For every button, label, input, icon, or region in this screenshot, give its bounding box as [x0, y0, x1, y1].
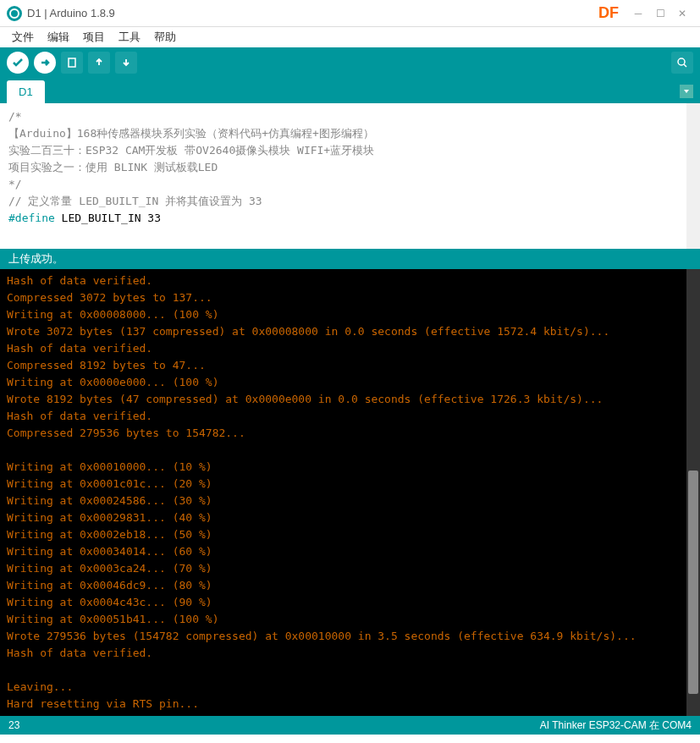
window-title: D1 | Arduino 1.8.9 — [27, 7, 115, 19]
new-button[interactable] — [61, 52, 83, 74]
minimize-button[interactable]: ─ — [627, 3, 649, 25]
console-text: Hash of data verified. Compressed 3072 b… — [7, 274, 637, 710]
line-number: 23 — [8, 719, 19, 731]
tab-d1[interactable]: D1 — [7, 80, 45, 103]
menubar: 文件 编辑 项目 工具 帮助 — [0, 27, 700, 47]
code-line: */ — [8, 176, 692, 193]
menu-edit[interactable]: 编辑 — [42, 28, 74, 47]
tabbar: D1 — [0, 78, 700, 103]
menu-help[interactable]: 帮助 — [149, 28, 181, 47]
code-line: 【Arduino】168种传感器模块系列实验（资料代码+仿真编程+图形编程） — [8, 125, 692, 142]
code-line: // 定义常量 LED_BUILT_IN 并将其值设置为 33 — [8, 193, 692, 210]
close-button[interactable]: ✕ — [671, 3, 693, 25]
svg-point-1 — [678, 58, 685, 65]
board-info: AI Thinker ESP32-CAM 在 COM4 — [540, 718, 692, 733]
bottombar: 23 AI Thinker ESP32-CAM 在 COM4 — [0, 716, 700, 735]
svg-rect-0 — [69, 58, 75, 67]
scrollbar-thumb[interactable] — [688, 471, 698, 694]
menu-project[interactable]: 项目 — [78, 28, 110, 47]
serial-monitor-button[interactable] — [671, 52, 693, 74]
tab-dropdown-button[interactable] — [680, 85, 693, 98]
save-button[interactable] — [115, 52, 137, 74]
upload-button[interactable] — [34, 52, 56, 74]
arduino-icon — [7, 6, 22, 21]
code-line: /* — [8, 108, 692, 125]
menu-file[interactable]: 文件 — [7, 28, 39, 47]
code-line: 项目实验之一：使用 BLINK 测试板载LED — [8, 159, 692, 176]
console-output[interactable]: Hash of data verified. Compressed 3072 b… — [0, 269, 700, 716]
toolbar — [0, 47, 700, 78]
status-message: 上传成功。 — [0, 249, 700, 269]
code-line: #define LED_BUILT_IN 33 — [8, 210, 692, 227]
titlebar: D1 | Arduino 1.8.9 DF ─ ☐ ✕ — [0, 0, 700, 27]
editor-scrollbar[interactable] — [686, 103, 700, 249]
df-logo: DF — [598, 4, 619, 22]
menu-tools[interactable]: 工具 — [113, 28, 146, 47]
console-scrollbar[interactable] — [686, 269, 700, 716]
open-button[interactable] — [88, 52, 110, 74]
code-line: 实验二百三十：ESP32 CAM开发板 带OV2640摄像头模块 WIFI+蓝牙… — [8, 142, 692, 159]
code-editor[interactable]: /* 【Arduino】168种传感器模块系列实验（资料代码+仿真编程+图形编程… — [0, 103, 700, 249]
maximize-button[interactable]: ☐ — [649, 3, 671, 25]
verify-button[interactable] — [7, 52, 29, 74]
